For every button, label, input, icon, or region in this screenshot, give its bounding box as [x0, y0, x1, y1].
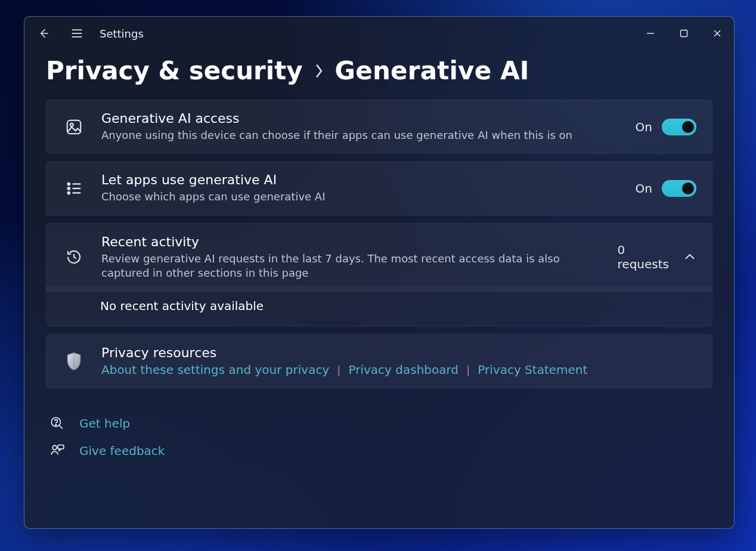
toggle-let-apps-use-generative-ai[interactable]: [662, 180, 696, 197]
toggle-state-label: On: [636, 120, 652, 134]
svg-point-2: [70, 123, 73, 126]
arrow-left-icon: [38, 27, 49, 39]
card-title: Recent activity: [101, 234, 602, 249]
window-controls: [634, 19, 734, 48]
list-icon: [62, 179, 86, 197]
recent-activity-count: 0 requests: [618, 243, 671, 271]
card-subtitle: Review generative AI requests in the las…: [101, 252, 602, 281]
recent-activity-body: No recent activity available: [46, 286, 712, 327]
chevron-right-icon: [314, 63, 324, 79]
card-let-apps-use-generative-ai: Let apps use generative AI Choose which …: [46, 161, 712, 215]
help-icon: [48, 416, 66, 431]
minimize-button[interactable]: [634, 19, 667, 48]
card-subtitle: Anyone using this device can choose if t…: [101, 128, 620, 143]
link-label: Get help: [79, 416, 130, 431]
card-recent-activity[interactable]: Recent activity Review generative AI req…: [46, 223, 712, 292]
link-about-settings[interactable]: About these settings and your privacy: [101, 363, 329, 377]
toggle-generative-ai-access[interactable]: [662, 119, 696, 135]
close-icon: [713, 29, 721, 38]
hamburger-icon: [71, 29, 83, 38]
app-title: Settings: [100, 27, 144, 40]
svg-rect-9: [58, 445, 64, 449]
svg-point-4: [68, 187, 70, 190]
card-title: Generative AI access: [101, 111, 620, 126]
content: Generative AI access Anyone using this d…: [24, 100, 734, 403]
settings-window: Settings Privacy & security Generative A…: [24, 16, 735, 529]
maximize-button[interactable]: [667, 19, 701, 48]
shield-icon: [62, 351, 86, 372]
titlebar: Settings: [24, 17, 734, 50]
card-title: Let apps use generative AI: [101, 172, 620, 187]
page-title: Generative AI: [335, 56, 529, 85]
breadcrumb-parent[interactable]: Privacy & security: [46, 56, 303, 85]
svg-rect-1: [67, 120, 81, 134]
svg-point-5: [68, 192, 70, 194]
privacy-resources-links: About these settings and your privacy | …: [101, 363, 696, 377]
link-label: Give feedback: [79, 444, 165, 458]
image-icon: [62, 118, 86, 136]
svg-point-7: [55, 425, 57, 426]
link-privacy-statement[interactable]: Privacy Statement: [478, 363, 587, 377]
link-get-help[interactable]: Get help: [48, 416, 712, 431]
hamburger-button[interactable]: [63, 19, 91, 48]
link-privacy-dashboard[interactable]: Privacy dashboard: [348, 363, 458, 377]
chevron-up-icon: [683, 249, 696, 265]
minimize-icon: [646, 29, 655, 38]
toggle-state-label: On: [636, 181, 652, 196]
maximize-icon: [680, 29, 688, 38]
close-button[interactable]: [701, 19, 734, 48]
card-privacy-resources: Privacy resources About these settings a…: [46, 334, 712, 388]
svg-point-8: [52, 445, 57, 450]
card-generative-ai-access: Generative AI access Anyone using this d…: [46, 100, 712, 154]
svg-rect-0: [681, 30, 687, 37]
breadcrumb: Privacy & security Generative AI: [24, 50, 734, 100]
back-button[interactable]: [29, 19, 58, 48]
card-title: Privacy resources: [101, 345, 696, 360]
card-subtitle: Choose which apps can use generative AI: [101, 190, 620, 204]
footer-links: Get help Give feedback: [24, 403, 734, 459]
svg-point-3: [68, 183, 70, 185]
feedback-icon: [48, 443, 66, 459]
link-give-feedback[interactable]: Give feedback: [48, 443, 712, 459]
history-icon: [62, 248, 86, 266]
